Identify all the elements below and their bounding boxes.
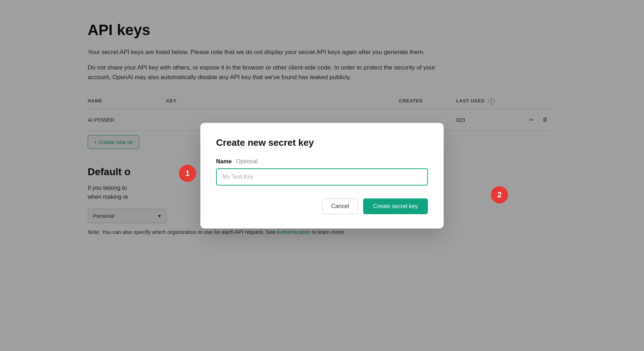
modal-actions: Cancel Create secret key <box>216 198 428 214</box>
field-label: Name Optional <box>216 158 428 165</box>
step-badge-2: 2 <box>491 186 508 203</box>
step-badge-1: 1 <box>179 165 196 182</box>
modal-title: Create new secret key <box>216 137 428 148</box>
name-field-group: Name Optional <box>216 158 428 186</box>
key-name-input[interactable] <box>216 168 428 186</box>
modal-overlay: Create new secret key Name Optional Canc… <box>0 0 644 351</box>
field-optional: Optional <box>236 158 258 164</box>
create-secret-key-button[interactable]: Create secret key <box>363 198 428 214</box>
create-secret-key-modal: Create new secret key Name Optional Canc… <box>200 123 444 229</box>
cancel-button[interactable]: Cancel <box>322 198 358 214</box>
